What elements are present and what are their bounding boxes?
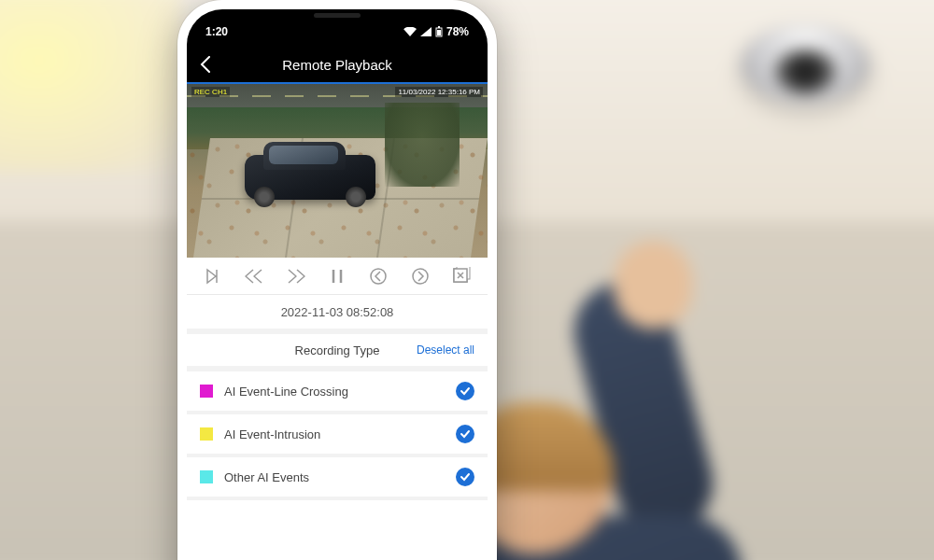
dome-camera-icon (742, 25, 870, 104)
video-timestamp-overlay: 11/03/2022 12:35:16 PM (395, 87, 483, 97)
list-item[interactable]: AI Event-Intrusion (187, 414, 488, 457)
color-swatch (200, 427, 213, 441)
next-button[interactable] (406, 262, 434, 290)
video-player[interactable]: REC CH1 11/03/2022 12:35:16 PM (187, 84, 488, 258)
phone-notch (267, 9, 407, 35)
color-swatch (200, 470, 213, 483)
signal-icon (420, 27, 432, 36)
checkbox-checked[interactable] (456, 382, 474, 400)
video-rec-label: REC CH1 (191, 87, 230, 97)
battery-icon (435, 26, 443, 37)
event-label: Other AI Events (224, 470, 456, 484)
wifi-icon (403, 27, 417, 36)
play-next-button[interactable] (199, 262, 227, 290)
page-title: Remote Playback (187, 57, 488, 73)
close-box-icon (452, 267, 471, 286)
event-label: AI Event-Line Crossing (224, 385, 456, 399)
check-icon (460, 428, 471, 440)
chevron-left-icon (200, 56, 211, 73)
checkbox-checked[interactable] (456, 468, 474, 486)
svg-rect-2 (437, 30, 441, 35)
play-next-icon (205, 268, 221, 285)
playback-timestamp: 2022-11-03 08:52:08 (187, 295, 488, 334)
deselect-all-button[interactable]: Deselect all (417, 343, 474, 357)
event-type-list: AI Event-Line Crossing AI Event-Intrusio… (187, 371, 488, 500)
phone-frame: 1:20 78% Remote Playback (177, 0, 497, 560)
check-icon (460, 385, 471, 397)
status-battery: 78% (446, 25, 469, 38)
prev-button[interactable] (364, 262, 392, 290)
rewind-button[interactable] (240, 262, 268, 290)
pause-icon (331, 268, 344, 285)
playback-controls (187, 258, 488, 295)
back-button[interactable] (187, 46, 224, 83)
rewind-icon (244, 268, 264, 285)
recording-type-header: Recording Type Deselect all (187, 334, 488, 371)
svg-rect-1 (438, 26, 440, 28)
svg-point-4 (413, 269, 428, 284)
fast-forward-button[interactable] (282, 262, 310, 290)
pause-button[interactable] (323, 262, 351, 290)
arrow-left-circle-icon (369, 267, 388, 286)
close-button[interactable] (447, 262, 475, 290)
status-time: 1:20 (205, 25, 228, 38)
svg-point-3 (371, 269, 386, 284)
vehicle-icon (245, 142, 375, 211)
checkbox-checked[interactable] (456, 425, 474, 443)
check-icon (460, 471, 471, 483)
arrow-right-circle-icon (411, 267, 430, 286)
list-item[interactable]: AI Event-Line Crossing (187, 371, 488, 414)
recording-type-title: Recording Type (295, 343, 380, 357)
color-swatch (200, 385, 213, 398)
app-header: Remote Playback (187, 47, 488, 84)
event-label: AI Event-Intrusion (224, 427, 456, 441)
list-item[interactable]: Other AI Events (187, 457, 488, 500)
fast-forward-icon (286, 268, 306, 285)
